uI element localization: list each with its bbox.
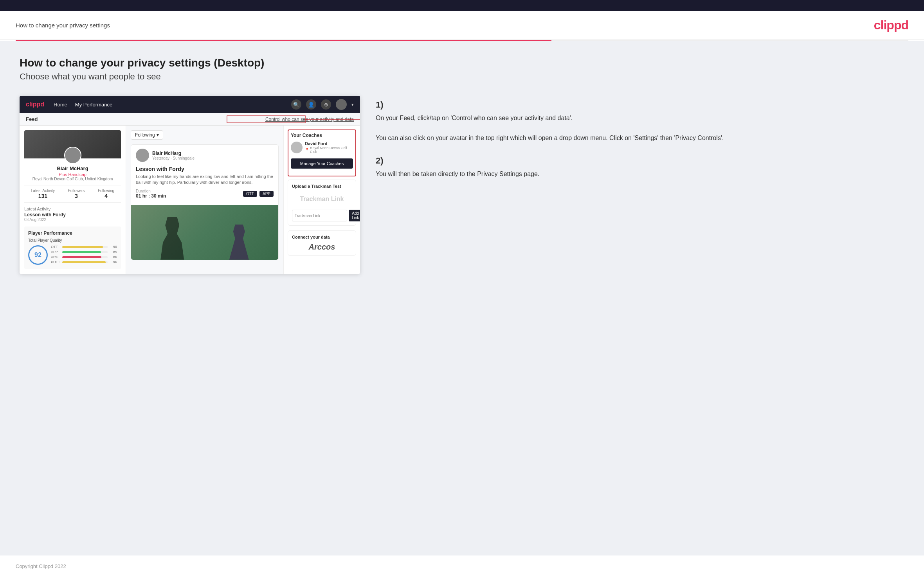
player-performance-section: Player Performance Total Player Quality … — [24, 226, 121, 269]
activity-image — [131, 205, 278, 260]
quality-chart: 92 OTT 90 — [28, 245, 117, 265]
latest-activity-date: 03 Aug 2022 — [24, 217, 121, 222]
add-icon[interactable]: ⊕ — [321, 99, 331, 110]
stats-row: Latest Activity 131 Followers 3 Followin… — [24, 185, 121, 203]
activity-card: Blair McHarg Yesterday · Sunningdale Les… — [131, 144, 279, 260]
bar-arg-fill — [62, 256, 101, 258]
mock-nav-links: Home My Performance — [54, 102, 112, 108]
copyright-text: Copyright Clippd 2022 — [16, 563, 66, 569]
nav-link-home[interactable]: Home — [54, 102, 67, 108]
bar-ott-label: OTT — [51, 245, 61, 249]
instruction-2: 2) You will then be taken directly to th… — [376, 156, 904, 179]
avatar-chevron[interactable]: ▾ — [351, 102, 354, 107]
activity-user-name: Blair McHarg — [152, 151, 274, 156]
following-button[interactable]: Following ▾ — [131, 130, 163, 140]
bar-arg: ARG 86 — [51, 255, 117, 259]
nav-link-performance[interactable]: My Performance — [75, 102, 112, 108]
feed-bar: Feed Control who can see your activity a… — [20, 113, 360, 126]
bar-arg-label: ARG — [51, 255, 61, 259]
bar-ott-fill — [62, 246, 103, 248]
bar-putt-track — [62, 261, 108, 263]
instruction-2-number: 2) — [376, 156, 904, 166]
instructions-column: 1) On your Feed, click/tap on 'Control w… — [376, 96, 904, 191]
activity-meta: Yesterday · Sunningdale — [152, 156, 274, 160]
player-performance-title: Player Performance — [28, 230, 117, 236]
instruction-1-text: On your Feed, click/tap on 'Control who … — [376, 113, 904, 143]
instruction-1-number: 1) — [376, 100, 904, 110]
bar-app: APP 85 — [51, 250, 117, 254]
activity-body: Lesson with Fordy Looking to feel like m… — [131, 166, 278, 205]
activity-avatar — [136, 149, 149, 162]
avatar-icon[interactable] — [336, 99, 347, 110]
bar-app-fill — [62, 251, 101, 253]
activities-label: Latest Activity — [31, 189, 55, 193]
breadcrumb: How to change your privacy settings — [16, 22, 110, 29]
activity-header: Blair McHarg Yesterday · Sunningdale — [131, 145, 278, 166]
connect-title: Connect your data — [292, 235, 352, 239]
bar-putt-label: PUTT — [51, 260, 61, 264]
manage-coaches-button[interactable]: Manage Your Coaches — [291, 158, 353, 169]
coach-club-text: Royal North Devon Golf Club — [310, 146, 353, 154]
coaches-title: Your Coaches — [291, 133, 353, 138]
bar-putt: PUTT 96 — [51, 260, 117, 264]
profile-banner — [24, 130, 121, 158]
bar-putt-fill — [62, 261, 106, 263]
location-icon: 📍 — [305, 148, 309, 152]
profile-name: Blair McHarg — [24, 165, 121, 171]
profile-club: Royal North Devon Golf Club, United King… — [24, 177, 121, 181]
bar-app-track — [62, 251, 108, 253]
followers-value: 3 — [68, 193, 85, 199]
privacy-link[interactable]: Control who can see your activity and da… — [265, 117, 354, 122]
page-subtitle: Choose what you want people to see — [20, 72, 904, 82]
app-badge: APP — [259, 191, 274, 197]
search-icon[interactable]: 🔍 — [291, 99, 301, 110]
profile-sidebar: Blair McHarg Plus Handicap Royal North D… — [20, 126, 126, 274]
mock-browser: clippd Home My Performance 🔍 👤 ⊕ ▾ — [20, 96, 360, 274]
activity-desc: Looking to feel like my hands are exitin… — [136, 174, 274, 186]
bar-ott-num: 90 — [109, 245, 117, 249]
bar-ott-track — [62, 246, 108, 248]
mock-nav-logo: clippd — [26, 101, 44, 108]
following-stat: Following 4 — [98, 189, 114, 199]
bar-ott: OTT 90 — [51, 245, 117, 249]
add-link-button[interactable]: Add Link — [349, 210, 360, 221]
activities-stat: Latest Activity 131 — [31, 189, 55, 199]
coach-info: David Ford 📍 Royal North Devon Golf Club — [305, 141, 353, 154]
coach-name: David Ford — [305, 141, 353, 146]
followers-label: Followers — [68, 189, 85, 193]
content-grid: clippd Home My Performance 🔍 👤 ⊕ ▾ — [20, 96, 904, 274]
coach-item: David Ford 📍 Royal North Devon Golf Club — [291, 141, 353, 154]
activities-value: 131 — [31, 193, 55, 199]
right-sidebar: Your Coaches David Ford 📍 Royal North De… — [284, 126, 360, 274]
trackman-placeholder: Trackman Link — [292, 192, 352, 207]
golfer2-silhouette — [229, 225, 249, 260]
coach-club: 📍 Royal North Devon Golf Club — [305, 146, 353, 154]
footer: Copyright Clippd 2022 — [0, 555, 924, 577]
avatar — [64, 147, 81, 164]
quality-score: 92 — [28, 245, 48, 265]
coaches-section: Your Coaches David Ford 📍 Royal North De… — [291, 133, 353, 154]
logo: clippd — [874, 18, 908, 32]
duration-label-text: Duration — [136, 189, 166, 193]
activity-user-info: Blair McHarg Yesterday · Sunningdale — [152, 151, 274, 160]
badge-row: OTT APP — [243, 191, 274, 197]
quality-bars: OTT 90 APP — [51, 245, 117, 265]
trackman-input[interactable] — [292, 210, 347, 221]
page-title: How to change your privacy settings (Des… — [20, 57, 904, 69]
bar-app-label: APP — [51, 250, 61, 254]
bar-arg-track — [62, 256, 108, 258]
bar-app-num: 85 — [109, 250, 117, 254]
following-btn-label: Following — [135, 132, 155, 138]
user-icon[interactable]: 👤 — [306, 99, 316, 110]
following-chevron-icon: ▾ — [157, 132, 159, 138]
connect-section: Connect your data Arccos — [288, 230, 356, 256]
following-label: Following — [98, 189, 114, 193]
instruction-2-text: You will then be taken directly to the P… — [376, 169, 904, 179]
duration-value: 01 hr : 30 min — [136, 193, 166, 199]
coach-avatar — [291, 142, 303, 153]
main-content: How to change your privacy settings (Des… — [0, 41, 924, 555]
trackman-input-row: Add Link — [292, 210, 352, 221]
bar-arg-num: 86 — [109, 255, 117, 259]
mock-body: Blair McHarg Plus Handicap Royal North D… — [20, 126, 360, 274]
instruction-1: 1) On your Feed, click/tap on 'Control w… — [376, 100, 904, 143]
